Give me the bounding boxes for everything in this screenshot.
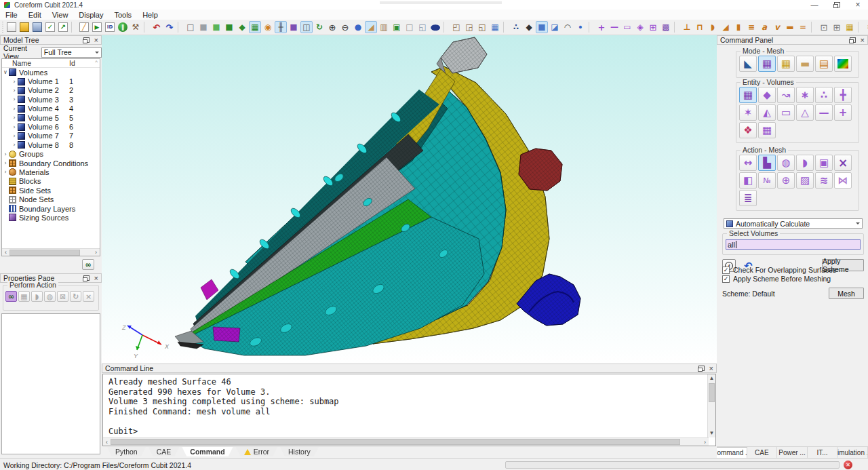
console-tab[interactable]: Command bbox=[182, 447, 233, 456]
sort-indicator-icon[interactable]: ^ bbox=[95, 59, 98, 65]
bar-icon[interactable]: ▬ bbox=[784, 21, 796, 33]
layer-stack-icon[interactable]: ≡ bbox=[745, 21, 757, 33]
close-panel-icon[interactable]: × bbox=[709, 364, 713, 372]
entity-triangle-icon[interactable]: △ bbox=[796, 104, 814, 121]
tree-row[interactable]: Boundary Layers bbox=[2, 204, 100, 213]
sep[interactable] bbox=[858, 22, 863, 33]
tree-row[interactable]: › Volume 1 1 bbox=[2, 77, 100, 85]
action-adapt-icon[interactable]: ⋈ bbox=[834, 172, 852, 189]
expander-icon[interactable]: › bbox=[11, 96, 18, 102]
checkbox[interactable]: ✓ bbox=[722, 267, 730, 274]
sculpt-tool-icon[interactable]: ✂ bbox=[865, 21, 868, 33]
entity-curve-icon[interactable]: ↝ bbox=[777, 87, 795, 103]
expander-icon[interactable]: › bbox=[2, 151, 9, 157]
tree-row[interactable]: ∨ Volumes bbox=[2, 68, 100, 77]
scroll-up-icon[interactable]: ▲ bbox=[708, 374, 715, 383]
toolbar-grip[interactable] bbox=[1, 22, 5, 33]
entity-cluster-icon[interactable]: ∴ bbox=[510, 21, 522, 33]
tree-row[interactable]: › Materials bbox=[2, 168, 100, 176]
purple-cube-icon[interactable]: ■ bbox=[288, 21, 300, 33]
stop-button[interactable]: ✕ bbox=[844, 461, 852, 469]
mode-fea-icon[interactable]: ▦ bbox=[777, 56, 795, 72]
console-tab[interactable]: History bbox=[280, 447, 319, 456]
entity-volume-icon[interactable]: ▦ bbox=[739, 87, 757, 103]
frame-nodes-icon[interactable]: ⊡ bbox=[818, 21, 830, 33]
scroll-thumb[interactable] bbox=[111, 439, 680, 445]
action-copy-pattern-icon[interactable]: ⊕ bbox=[777, 172, 795, 189]
panel-tab[interactable]: CAE bbox=[747, 447, 778, 458]
refresh-view-icon[interactable]: ↻ bbox=[313, 21, 326, 33]
select-volume-icon[interactable]: ◰ bbox=[450, 21, 462, 33]
action-quality-icon[interactable]: ◧ bbox=[739, 172, 757, 189]
expander-icon[interactable]: › bbox=[2, 160, 9, 166]
tree-column-header[interactable]: Name Id ^ bbox=[2, 59, 100, 68]
current-view-dropdown[interactable]: Full Tree bbox=[41, 47, 102, 58]
ramp-icon[interactable]: ◢ bbox=[719, 21, 732, 33]
expander-icon[interactable]: › bbox=[11, 115, 18, 121]
action-cleanup-icon[interactable]: ▨ bbox=[796, 172, 814, 189]
surface-sheet-icon[interactable]: ◪ bbox=[549, 21, 561, 33]
scroll-thumb[interactable] bbox=[9, 250, 80, 256]
mode-postprocess-icon[interactable]: ■ bbox=[834, 56, 852, 72]
mesh-button[interactable]: Mesh bbox=[829, 288, 864, 299]
geometry-shapes-icon[interactable]: ◆ bbox=[236, 21, 248, 33]
expander-icon[interactable]: › bbox=[2, 169, 9, 175]
sep[interactable] bbox=[443, 22, 448, 33]
scroll-left-icon[interactable]: ‹ bbox=[103, 439, 111, 446]
zoom-in-icon[interactable]: ⊕ bbox=[326, 21, 338, 33]
select-curve-icon[interactable]: ◱ bbox=[476, 21, 488, 33]
plus-node-icon[interactable]: + bbox=[595, 21, 608, 33]
tree-row[interactable]: › Groups bbox=[2, 150, 100, 159]
close-panel-icon[interactable]: × bbox=[861, 36, 865, 44]
float-panel-icon[interactable] bbox=[83, 275, 90, 281]
accel-a-icon[interactable]: a bbox=[758, 21, 770, 33]
menu-item[interactable]: File bbox=[0, 9, 23, 20]
console-tab[interactable]: Error bbox=[236, 447, 277, 456]
import-icon[interactable]: ✓ bbox=[44, 21, 56, 33]
float-panel-icon[interactable] bbox=[83, 37, 90, 43]
undo-icon[interactable]: ↶ bbox=[151, 21, 163, 33]
edit-journal-icon[interactable]: ╱ bbox=[78, 21, 90, 33]
tree-row[interactable]: › Volume 5 5 bbox=[2, 113, 100, 122]
tree-row[interactable]: Blocks bbox=[2, 177, 100, 186]
wire-box-icon[interactable]: □ bbox=[403, 21, 416, 33]
rect-frame-icon[interactable]: ▭ bbox=[621, 21, 633, 33]
export-icon[interactable]: ↗ bbox=[57, 21, 69, 33]
action-refine-icon[interactable]: ≣ bbox=[739, 190, 757, 206]
action-renumber-icon[interactable]: № bbox=[758, 172, 776, 189]
line-segment-icon[interactable]: — bbox=[608, 21, 620, 33]
sep[interactable] bbox=[71, 22, 76, 33]
mode-geometry-icon[interactable]: ◣ bbox=[739, 56, 757, 72]
close-panel-icon[interactable]: × bbox=[94, 36, 98, 44]
console-tab[interactable]: Python bbox=[107, 447, 146, 456]
tree-search-button[interactable]: ∞ bbox=[82, 259, 94, 270]
mesh-grid-icon[interactable]: ⊞ bbox=[647, 21, 659, 33]
gold-mesh-cube-icon[interactable]: ▦ bbox=[844, 21, 856, 33]
sep[interactable] bbox=[674, 22, 679, 33]
close-panel-icon[interactable]: × bbox=[94, 274, 98, 282]
open-folder-icon[interactable] bbox=[18, 21, 31, 33]
entity-node-icon[interactable]: + bbox=[834, 104, 852, 121]
tool-hammer-icon[interactable]: ⚒ bbox=[130, 21, 142, 33]
zoom-fit-icon[interactable]: ● bbox=[352, 21, 364, 33]
sep[interactable] bbox=[811, 22, 816, 33]
solid-cube-icon[interactable]: ■ bbox=[223, 21, 235, 33]
vertex-display-icon[interactable]: ◉ bbox=[262, 21, 274, 33]
entity-edge-icon[interactable]: — bbox=[815, 104, 833, 121]
action-smooth-icon[interactable]: ◗ bbox=[796, 155, 814, 171]
entity-surface-icon[interactable]: ◆ bbox=[758, 87, 776, 103]
menu-item[interactable]: Edit bbox=[23, 9, 47, 20]
grid-action-icon[interactable]: ▦ bbox=[18, 291, 30, 302]
find-binoculars-icon[interactable]: ∞ bbox=[5, 291, 17, 302]
refresh-action-icon[interactable]: ↻ bbox=[70, 291, 81, 302]
zoom-out-icon[interactable]: ⊖ bbox=[339, 21, 351, 33]
save-icon[interactable] bbox=[31, 21, 43, 33]
scroll-thumb[interactable] bbox=[709, 383, 715, 402]
mode-plank-icon[interactable]: ▬ bbox=[796, 56, 814, 72]
console-output[interactable]: Already meshed Surface 46Generated 990 h… bbox=[102, 374, 716, 446]
expander-icon[interactable]: › bbox=[11, 124, 18, 130]
tree-row[interactable]: › Volume 6 6 bbox=[2, 122, 100, 131]
panel-tab[interactable]: IT... bbox=[808, 447, 838, 458]
tree-row[interactable]: › Boundary Conditions bbox=[2, 159, 100, 168]
action-delete-icon[interactable]: × bbox=[834, 155, 852, 171]
